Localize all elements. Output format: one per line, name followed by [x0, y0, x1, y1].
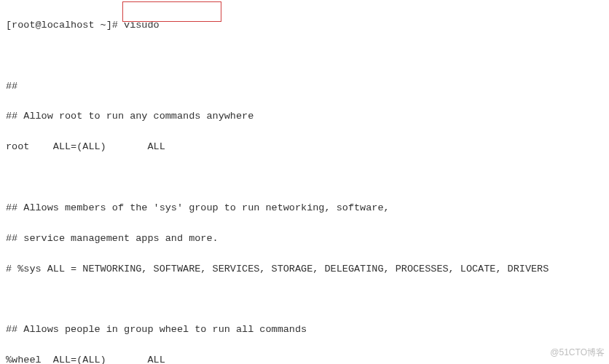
file-line: ## Allows people in group wheel to run a…: [6, 323, 603, 338]
file-line: ## Allow root to run any commands anywhe…: [6, 109, 603, 124]
file-line: ## service management apps and more.: [6, 232, 603, 247]
file-line: [6, 49, 603, 64]
prompt-line[interactable]: [root@localhost ~]# visudo: [6, 18, 603, 33]
file-line: # %sys ALL = NETWORKING, SOFTWARE, SERVI…: [6, 262, 603, 277]
file-line: [6, 293, 603, 308]
file-line: ##: [6, 79, 603, 95]
file-line: [6, 170, 603, 186]
terminal-output: [root@localhost ~]# visudo ## ## Allow r…: [0, 0, 609, 364]
watermark: @51CTO博客: [550, 346, 605, 360]
file-line: ## Allows members of the 'sys' group to …: [6, 201, 603, 216]
file-line: %wheel ALL=(ALL) ALL: [6, 353, 603, 364]
file-line: root ALL=(ALL) ALL: [6, 140, 603, 155]
